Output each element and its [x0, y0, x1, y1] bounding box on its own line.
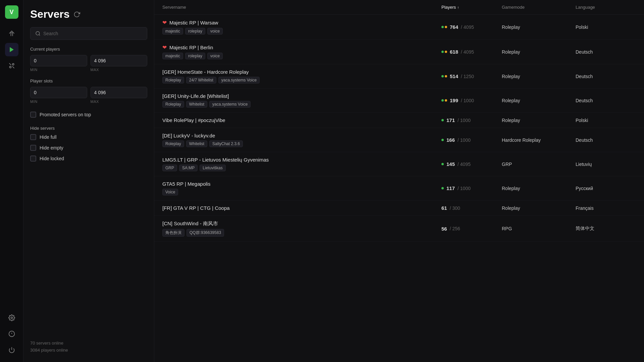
heart-icon: ❤ — [162, 19, 167, 26]
status-dots — [441, 51, 447, 53]
refresh-button[interactable] — [73, 11, 80, 18]
server-tag: yaca.systems Voice — [218, 77, 260, 83]
search-input[interactable] — [43, 31, 142, 36]
nav-home[interactable] — [5, 27, 18, 40]
dot-green — [441, 75, 444, 77]
table-row[interactable]: GTA5 RP | Megapolis Voice 117 / 1000 Rol… — [154, 176, 644, 200]
server-name-row: [GER] Unity-Life.de [Whitelist] — [162, 93, 441, 99]
player-slots-max-input[interactable] — [91, 87, 148, 98]
players-col: 166 / 1000 — [441, 137, 502, 143]
server-name: LMG5.LT | GRP - Lietuvos Miestelių Gyven… — [162, 157, 269, 163]
server-name: [GER] Unity-Life.de [Whitelist] — [162, 93, 229, 99]
dot-orange — [445, 75, 447, 77]
gamemode-col: Roleplay — [502, 24, 576, 30]
nav-power[interactable] — [5, 343, 18, 357]
nav-play[interactable] — [5, 43, 18, 56]
col-header-players[interactable]: Players ↑ — [441, 5, 502, 10]
table-row[interactable]: [CN] SouthWind - 南风市 角色扮演QQ群:936639583 5… — [154, 216, 644, 242]
dot-green — [441, 51, 444, 53]
server-tag: Whitelist — [186, 101, 207, 108]
search-icon — [35, 31, 41, 36]
server-name-row: Vibe RolePlay | #poczujVibe — [162, 117, 441, 123]
players-col: 618 / 4095 — [441, 49, 502, 55]
nav-settings[interactable] — [5, 311, 18, 324]
player-slots-range: MIN MAX — [30, 87, 147, 104]
server-name: Majestic RP | Berlin — [169, 45, 213, 50]
server-tag: SA:MP — [179, 165, 198, 171]
players-count: 145 — [446, 161, 455, 167]
server-name: GTA5 RP | Megapolis — [162, 181, 210, 187]
nav-info[interactable] — [5, 327, 18, 341]
promoted-checkbox-row[interactable]: Promoted servers on top — [30, 110, 147, 119]
server-tag: 角色扮演 — [162, 229, 184, 237]
table-row[interactable]: Vibe RolePlay | #poczujVibe 171 / 1000 R… — [154, 113, 644, 128]
server-tags: GRPSA:MPLietuviškas — [162, 165, 441, 171]
server-name-row: [GER] HomeState - Hardcore Roleplay — [162, 69, 441, 75]
server-name-col: ❤ Majestic RP | Warsaw majesticroleplayv… — [162, 19, 441, 35]
players-col: 764 / 4095 — [441, 24, 502, 30]
players-count: 514 — [450, 73, 458, 79]
gamemode-col: Roleplay — [502, 98, 576, 103]
language-col: Polski — [576, 24, 636, 30]
gamemode-col: RPG — [502, 226, 576, 231]
dot-green — [441, 139, 444, 141]
hide-full-row[interactable]: Hide full — [30, 133, 147, 141]
server-name-col: ❤ Majestic RP | Berlin majesticroleplayv… — [162, 44, 441, 59]
table-row[interactable]: ❤ Majestic RP | Berlin majesticroleplayv… — [154, 40, 644, 64]
server-tag: Whitelist — [186, 140, 207, 147]
hide-locked-row[interactable]: Hide locked — [30, 154, 147, 163]
gamemode-col: Roleplay — [502, 118, 576, 123]
table-row[interactable]: [FR] GTA V RP | CTG | Coopa 61 / 300 Rol… — [154, 200, 644, 216]
col-header-servername: Servername — [162, 5, 441, 10]
language-col: Polski — [576, 118, 636, 123]
promoted-checkbox[interactable] — [30, 112, 36, 118]
status-dots — [441, 187, 444, 189]
players-col: 171 / 1000 — [441, 117, 502, 123]
hide-empty-row[interactable]: Hide empty — [30, 143, 147, 152]
hide-locked-checkbox[interactable] — [30, 156, 36, 162]
search-box[interactable] — [30, 27, 147, 40]
table-row[interactable]: LMG5.LT | GRP - Lietuvos Miestelių Gyven… — [154, 152, 644, 176]
app-logo[interactable]: V — [5, 5, 18, 19]
server-tag: Roleplay — [162, 101, 184, 108]
players-max: / 4095 — [461, 49, 474, 55]
server-tag: roleplay — [185, 53, 205, 59]
hide-full-checkbox[interactable] — [30, 134, 36, 140]
server-tags: RoleplayWhitelistSaltyChat 2.3.6 — [162, 140, 441, 147]
player-slots-label: Player slots — [30, 78, 147, 83]
svg-point-8 — [36, 32, 40, 35]
table-row[interactable]: [GER] Unity-Life.de [Whitelist] Roleplay… — [154, 88, 644, 113]
gamemode-col: Roleplay — [502, 205, 576, 211]
players-col: 61 / 300 — [441, 205, 502, 211]
status-dots — [441, 119, 444, 121]
players-max: / 300 — [450, 205, 460, 211]
table-row[interactable]: ❤ Majestic RP | Warsaw majesticroleplayv… — [154, 15, 644, 40]
table-row[interactable]: [DE] LuckyV - luckyv.de RoleplayWhitelis… — [154, 128, 644, 152]
table-row[interactable]: [GER] HomeState - Hardcore Roleplay Role… — [154, 64, 644, 88]
gamemode-col: Roleplay — [502, 74, 576, 79]
dot-green — [441, 26, 444, 28]
server-name-row: [DE] LuckyV - luckyv.de — [162, 133, 441, 138]
players-max: / 1000 — [461, 98, 474, 103]
hide-servers-label: Hide servers — [30, 126, 147, 131]
hide-empty-checkbox[interactable] — [30, 145, 36, 151]
main-content: Servername Players ↑ Gamemode Language ❤… — [154, 0, 644, 362]
current-players-min-input[interactable] — [30, 55, 87, 66]
svg-line-9 — [39, 35, 40, 36]
promoted-label: Promoted servers on top — [40, 112, 91, 117]
players-max: / 1250 — [461, 74, 474, 79]
server-name-row: [CN] SouthWind - 南风市 — [162, 221, 441, 227]
server-tags: majesticroleplayvoice — [162, 53, 441, 59]
players-count: 56 — [441, 226, 447, 232]
players-count: 764 — [450, 24, 458, 30]
player-slots-min-input[interactable] — [30, 87, 87, 98]
dot-orange — [445, 26, 447, 28]
server-name: [GER] HomeState - Hardcore Roleplay — [162, 69, 249, 75]
players-max: / 4095 — [461, 24, 474, 30]
nav-servers[interactable] — [5, 59, 18, 72]
table-header: Servername Players ↑ Gamemode Language — [154, 0, 644, 15]
player-slots-max-label: MAX — [91, 100, 148, 104]
server-name: Vibe RolePlay | #poczujVibe — [162, 117, 225, 123]
language-col: Русский — [576, 186, 636, 191]
current-players-max-input[interactable] — [91, 55, 148, 66]
